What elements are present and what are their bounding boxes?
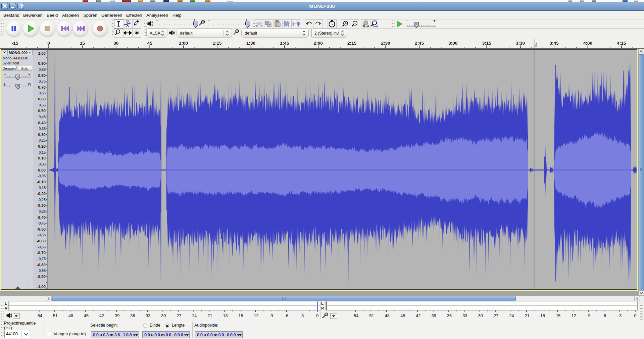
svg-text:-24: -24 [508, 313, 514, 318]
svg-text:-33: -33 [461, 313, 467, 318]
svg-text:-30: -30 [477, 313, 483, 318]
svg-text:-42: -42 [98, 313, 104, 318]
svg-text:0: 0 [634, 313, 637, 318]
svg-text:-39: -39 [430, 313, 436, 318]
svg-text:-6: -6 [602, 313, 606, 318]
svg-text:-27: -27 [492, 313, 498, 318]
svg-text:L: L [5, 301, 7, 305]
svg-text:-3: -3 [618, 313, 622, 318]
svg-text:-9: -9 [587, 313, 590, 318]
svg-text:-15: -15 [237, 313, 243, 318]
svg-text:-18: -18 [539, 313, 545, 318]
svg-text:-33: -33 [144, 313, 150, 318]
svg-text:-6: -6 [285, 313, 288, 318]
svg-text:-54: -54 [36, 313, 42, 318]
svg-text:-48: -48 [67, 313, 73, 318]
svg-text:R: R [5, 306, 8, 310]
svg-text:-21: -21 [206, 313, 212, 318]
svg-text:-54: -54 [352, 313, 358, 318]
svg-text:-30: -30 [160, 313, 166, 318]
svg-text:-45: -45 [83, 313, 89, 318]
svg-text:L: L [321, 301, 324, 305]
svg-text:-15: -15 [554, 313, 560, 318]
svg-text:-3: -3 [300, 313, 304, 318]
svg-text:-9: -9 [269, 313, 273, 318]
svg-text:-39: -39 [113, 313, 119, 318]
svg-text:-27: -27 [175, 313, 181, 318]
svg-text:-45: -45 [399, 313, 405, 318]
svg-text:-51: -51 [368, 313, 374, 318]
svg-text:-24: -24 [191, 313, 197, 318]
svg-text:-21: -21 [524, 313, 530, 318]
svg-text:-36: -36 [129, 313, 135, 318]
svg-text:-48: -48 [384, 313, 390, 318]
svg-text:R: R [321, 306, 324, 310]
svg-text:-12: -12 [570, 313, 576, 318]
svg-text:0: 0 [316, 313, 318, 318]
svg-text:-12: -12 [252, 313, 258, 318]
svg-text:-42: -42 [414, 313, 420, 318]
svg-text:-18: -18 [221, 313, 228, 318]
svg-text:-36: -36 [446, 313, 452, 318]
svg-text:-51: -51 [52, 313, 58, 318]
